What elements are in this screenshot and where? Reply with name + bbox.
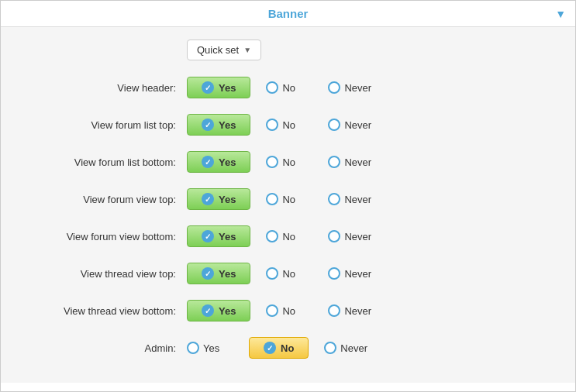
main-container: Banner ▼ Quick set ▼ View header: ✓ Yes … (0, 0, 576, 392)
radio-circle-no (266, 81, 278, 94)
never-label: Never (344, 156, 371, 168)
no-button-active[interactable]: ✓ No (249, 337, 309, 359)
yes-label: Yes (203, 342, 219, 354)
row-label: View forum list bottom: (16, 156, 187, 168)
quick-set-button[interactable]: Quick set ▼ (187, 40, 261, 60)
row-label: Admin: (16, 342, 187, 354)
yes-label: Yes (219, 268, 236, 280)
row-label: View header: (16, 82, 187, 94)
yes-button-active[interactable]: ✓ Yes (187, 77, 250, 98)
no-radio-option[interactable]: No (266, 304, 312, 317)
yes-label: Yes (219, 305, 236, 317)
row-options: ✓ Yes No Never (187, 151, 374, 173)
row-label: View forum list top: (16, 119, 187, 131)
never-radio-option[interactable]: Never (328, 119, 374, 131)
never-label: Never (344, 231, 371, 242)
radio-circle-never (324, 342, 336, 354)
row-options: ✓ Yes No Never (187, 114, 374, 136)
check-icon: ✓ (202, 230, 214, 242)
radio-circle-no (266, 193, 278, 205)
permission-row: View forum list top: ✓ Yes No Never (16, 110, 560, 139)
radio-circle-no (266, 304, 278, 317)
yes-label: Yes (219, 82, 236, 94)
no-radio-option[interactable]: No (266, 230, 312, 242)
row-options: ✓ Yes No Never (187, 225, 374, 247)
panel-header: Banner ▼ (1, 1, 575, 27)
check-icon: ✓ (202, 193, 214, 205)
no-label: No (282, 268, 295, 280)
check-icon: ✓ (202, 81, 214, 94)
row-options: ✓ Yes No Never (187, 188, 374, 210)
yes-button-active[interactable]: ✓ Yes (187, 114, 250, 136)
no-label: No (282, 156, 295, 168)
radio-circle-no (266, 156, 278, 168)
panel-content: Quick set ▼ View header: ✓ Yes No Never … (1, 27, 575, 383)
yes-label: Yes (219, 156, 236, 168)
radio-circle-never (328, 119, 340, 131)
yes-button-active[interactable]: ✓ Yes (187, 263, 250, 284)
yes-radio-option[interactable]: Yes (187, 342, 233, 354)
never-radio-option[interactable]: Never (328, 156, 374, 168)
row-label: View thread view bottom: (16, 305, 187, 317)
no-label: No (282, 119, 295, 131)
no-label: No (282, 82, 295, 94)
collapse-arrow-icon[interactable]: ▼ (555, 8, 566, 20)
check-icon: ✓ (202, 267, 214, 280)
check-icon: ✓ (264, 342, 276, 354)
check-icon: ✓ (202, 304, 214, 317)
no-radio-option[interactable]: No (266, 193, 312, 205)
radio-circle-no (266, 119, 278, 131)
yes-label: Yes (219, 231, 236, 242)
row-label: View thread view top: (16, 268, 187, 280)
radio-circle-yes (187, 342, 199, 354)
radio-circle-never (328, 156, 340, 168)
check-icon: ✓ (202, 119, 214, 131)
never-label: Never (344, 119, 371, 131)
row-options: ✓ Yes No Never (187, 263, 374, 284)
row-options: ✓ Yes No Never (187, 300, 374, 322)
radio-circle-never (328, 81, 340, 94)
permission-row: View thread view bottom: ✓ Yes No Never (16, 296, 560, 325)
row-options: Yes ✓ No Never (187, 337, 371, 359)
rows-container: View header: ✓ Yes No Never View forum l… (16, 73, 560, 363)
no-radio-option[interactable]: No (266, 156, 312, 168)
never-radio-option[interactable]: Never (328, 230, 374, 242)
never-radio-option[interactable]: Never (328, 81, 374, 94)
permission-row: View forum view bottom: ✓ Yes No Never (16, 222, 560, 251)
quick-set-label: Quick set (197, 44, 239, 56)
yes-button-active[interactable]: ✓ Yes (187, 225, 250, 247)
yes-button-active[interactable]: ✓ Yes (187, 188, 250, 210)
no-label: No (281, 342, 294, 354)
never-radio-option[interactable]: Never (328, 267, 374, 280)
yes-button-active[interactable]: ✓ Yes (187, 300, 250, 322)
row-label: View forum view top: (16, 194, 187, 205)
radio-circle-never (328, 267, 340, 280)
never-label: Never (344, 82, 371, 94)
yes-button-active[interactable]: ✓ Yes (187, 151, 250, 173)
never-radio-option[interactable]: Never (328, 304, 374, 317)
never-label: Never (344, 305, 371, 317)
no-label: No (282, 194, 295, 205)
row-options: ✓ Yes No Never (187, 77, 374, 98)
permission-row: View forum view top: ✓ Yes No Never (16, 184, 560, 214)
no-radio-option[interactable]: No (266, 267, 312, 280)
no-radio-option[interactable]: No (266, 119, 312, 131)
quick-set-row: Quick set ▼ (187, 40, 560, 60)
radio-circle-no (266, 267, 278, 280)
radio-circle-never (328, 230, 340, 242)
no-label: No (282, 305, 295, 317)
never-label: Never (344, 194, 371, 205)
panel-title: Banner (195, 7, 381, 20)
check-icon: ✓ (202, 156, 214, 168)
never-label: Never (340, 342, 367, 354)
row-label: View forum view bottom: (16, 231, 187, 242)
never-radio-option[interactable]: Never (324, 342, 371, 354)
no-radio-option[interactable]: No (266, 81, 312, 94)
never-label: Never (344, 268, 371, 280)
no-label: No (282, 231, 295, 242)
never-radio-option[interactable]: Never (328, 193, 374, 205)
permission-row: View header: ✓ Yes No Never (16, 73, 560, 102)
quick-set-arrow-icon: ▼ (243, 46, 251, 54)
permission-row: Admin: Yes ✓ No Never (16, 333, 560, 363)
radio-circle-never (328, 193, 340, 205)
